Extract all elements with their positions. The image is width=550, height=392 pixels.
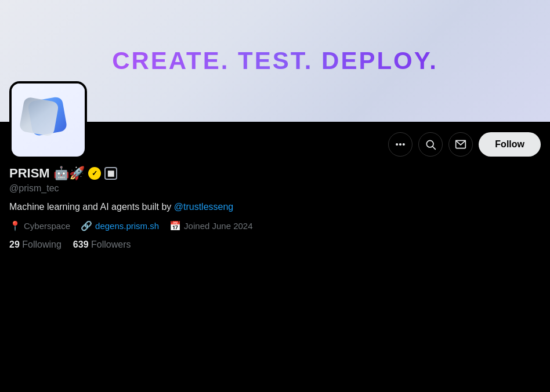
banner-text: CREATE. TEST. DEPLOY. bbox=[112, 47, 438, 75]
profile-section: Follow PRISM 🤖🚀 ✓ ⬜ @prism_tec Machine l… bbox=[0, 122, 550, 259]
stats-row: 29 Following 639 Followers bbox=[9, 239, 541, 250]
search-icon bbox=[425, 139, 436, 150]
joined-text: Joined June 2024 bbox=[184, 221, 252, 231]
svg-point-1 bbox=[400, 144, 401, 146]
affiliate-badge: ⬜ bbox=[104, 167, 117, 180]
joined-item: 📅 Joined June 2024 bbox=[169, 220, 252, 231]
more-icon bbox=[395, 139, 406, 150]
follow-button[interactable]: Follow bbox=[479, 132, 541, 157]
location-text: Cyberspace bbox=[24, 221, 70, 231]
calendar-icon: 📅 bbox=[169, 220, 181, 231]
avatar bbox=[9, 81, 87, 159]
search-profile-button[interactable] bbox=[418, 132, 443, 157]
svg-point-0 bbox=[396, 144, 398, 146]
followers-stat[interactable]: 639 Followers bbox=[73, 239, 131, 250]
profile-actions: Follow bbox=[388, 132, 541, 159]
website-item: 🔗 degens.prism.sh bbox=[81, 220, 159, 231]
profile-name: PRISM 🤖🚀 ✓ ⬜ bbox=[9, 166, 541, 181]
location-icon: 📍 bbox=[9, 220, 21, 231]
verified-badge: ✓ bbox=[88, 167, 101, 180]
bio-link[interactable]: @trustlesseng bbox=[174, 202, 234, 212]
bio: Machine learning and AI agents built by … bbox=[9, 201, 541, 213]
prism-logo bbox=[25, 97, 71, 143]
more-button[interactable] bbox=[388, 132, 412, 157]
meta-row: 📍 Cyberspace 🔗 degens.prism.sh 📅 Joined … bbox=[9, 220, 541, 231]
avatar-actions-row: Follow bbox=[9, 122, 541, 159]
location-item: 📍 Cyberspace bbox=[9, 220, 70, 231]
bio-text: Machine learning and AI agents built by bbox=[9, 202, 171, 212]
link-icon: 🔗 bbox=[81, 220, 92, 231]
following-count: 29 bbox=[9, 239, 20, 249]
following-label: Following bbox=[22, 239, 61, 249]
website-link[interactable]: degens.prism.sh bbox=[95, 221, 159, 231]
svg-line-4 bbox=[433, 147, 436, 150]
display-name: PRISM 🤖🚀 bbox=[9, 166, 85, 181]
message-button[interactable] bbox=[448, 132, 473, 157]
profile-handle: @prism_tec bbox=[9, 183, 541, 194]
svg-point-2 bbox=[403, 144, 405, 146]
mail-icon bbox=[455, 139, 466, 150]
followers-label: Followers bbox=[91, 239, 131, 249]
followers-count: 639 bbox=[73, 239, 89, 249]
following-stat[interactable]: 29 Following bbox=[9, 239, 61, 250]
